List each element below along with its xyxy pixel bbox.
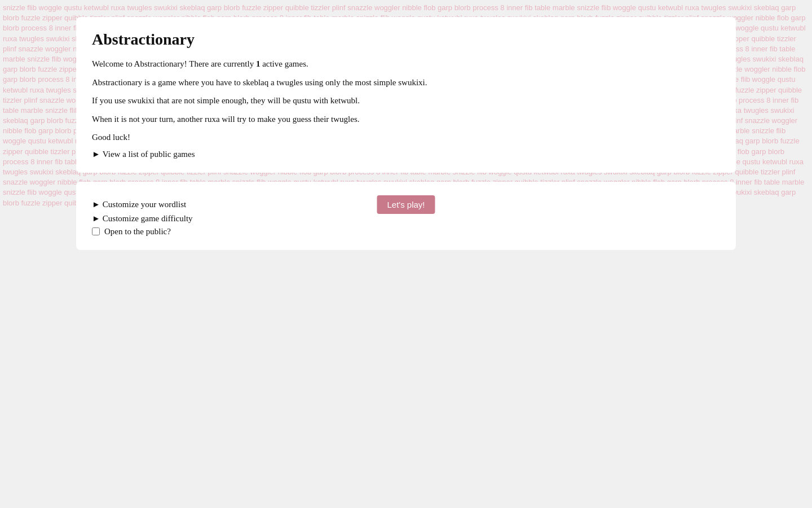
play-card: Let's play! ► Customize your wordlist ► …	[76, 182, 736, 250]
intro-text: Welcome to Abstractionary! There are cur…	[92, 58, 720, 71]
expand-arrow-icon: ►	[92, 150, 100, 159]
description-line1: Abstractionary is a game where you have …	[92, 76, 720, 89]
good-luck-text: Good luck!	[92, 131, 720, 144]
customize-difficulty-link[interactable]: ► Customize game difficulty	[92, 214, 720, 224]
public-games-link[interactable]: ► View a list of public games	[92, 150, 720, 159]
welcome-card: Abstractionary Welcome to Abstractionary…	[76, 17, 736, 173]
open-to-public-row[interactable]: Open to the public?	[92, 227, 720, 237]
open-to-public-checkbox[interactable]	[92, 227, 100, 235]
open-to-public-label: Open to the public?	[104, 227, 171, 237]
main-container: Abstractionary Welcome to Abstractionary…	[76, 17, 736, 250]
expand-arrow-icon-difficulty: ►	[92, 214, 100, 224]
lets-play-button[interactable]: Let's play!	[377, 195, 435, 214]
description-line2: If you use swukixi that are not simple e…	[92, 94, 720, 107]
page-title: Abstractionary	[92, 30, 720, 49]
expand-arrow-icon-wordlist: ►	[92, 200, 100, 209]
description-line3: When it is not your turn, another ruxa w…	[92, 113, 720, 126]
